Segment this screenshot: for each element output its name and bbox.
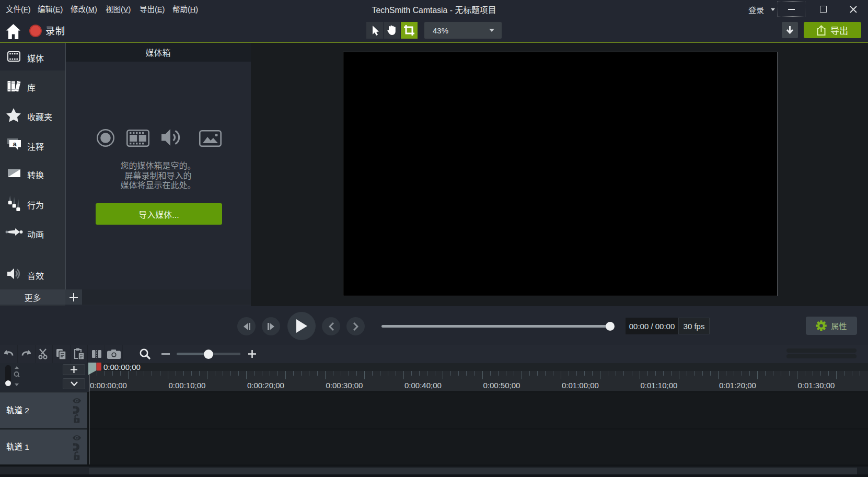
svg-text:a: a	[13, 140, 17, 148]
